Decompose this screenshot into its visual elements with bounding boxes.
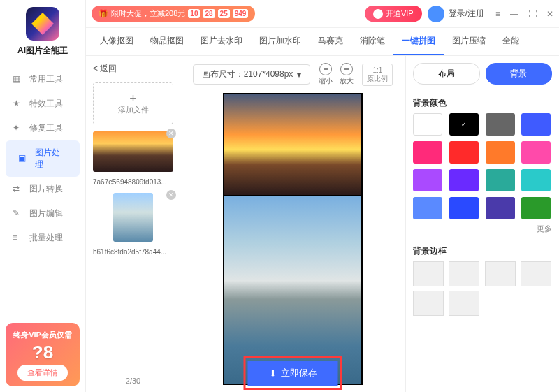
ratio-button[interactable]: 1:1原比例 [362, 64, 393, 86]
color-swatch[interactable] [413, 169, 442, 191]
remove-thumb-icon[interactable]: ✕ [166, 190, 176, 200]
nav-repair[interactable]: ✦修复工具 [0, 116, 85, 140]
thumb-2[interactable]: ✕ [93, 193, 173, 242]
color-swatch[interactable] [486, 197, 515, 219]
border-option[interactable] [449, 261, 479, 286]
app-logo [26, 7, 59, 41]
color-swatch[interactable] [413, 141, 442, 164]
tab-图片加水印[interactable]: 图片加水印 [251, 28, 310, 55]
tab-一键拼图[interactable]: 一键拼图 [393, 28, 444, 55]
tab-全能[interactable]: 全能 [494, 28, 528, 55]
canvas-preview[interactable] [223, 93, 363, 385]
mode-bg-button[interactable]: 背景 [486, 63, 553, 85]
zoom-out-button[interactable]: 缩小 [319, 63, 333, 86]
tab-物品抠图[interactable]: 物品抠图 [142, 28, 192, 55]
color-swatch[interactable] [521, 141, 551, 164]
border-option[interactable] [485, 261, 516, 286]
file-name: 7a67e56948809fd013... [93, 178, 173, 186]
color-swatch[interactable] [413, 113, 442, 136]
color-swatch[interactable] [486, 169, 515, 191]
color-swatch[interactable] [449, 141, 479, 164]
avatar-icon [428, 6, 444, 22]
file-name: b61f6c8fda2d5f78a44... [93, 248, 173, 256]
more-colors[interactable]: 更多 [413, 224, 552, 234]
save-button[interactable]: ⬇立即保存 [248, 361, 338, 386]
border-option[interactable] [449, 291, 479, 316]
canvas-image-1[interactable] [224, 94, 361, 195]
minimize-icon[interactable]: — [510, 9, 518, 19]
canvas-image-2[interactable] [224, 196, 361, 384]
back-button[interactable]: < 返回 [93, 63, 173, 75]
nav-edit[interactable]: ✎图片编辑 [0, 201, 85, 226]
color-swatch[interactable] [521, 169, 551, 191]
bg-border-title: 背景边框 [413, 245, 552, 257]
bg-color-title: 背景颜色 [413, 97, 552, 109]
border-option[interactable] [413, 291, 444, 316]
tab-图片压缩[interactable]: 图片压缩 [444, 28, 494, 55]
remove-thumb-icon[interactable]: ✕ [166, 129, 176, 138]
tab-消除笔[interactable]: 消除笔 [351, 28, 393, 55]
promo-button[interactable]: 查看详情 [17, 365, 68, 381]
vip-button[interactable]: 开通VIP [365, 6, 422, 22]
thumb-1[interactable]: ✕ [93, 131, 173, 172]
chevron-down-icon: ▾ [297, 70, 301, 80]
color-swatch[interactable] [521, 197, 551, 219]
nav-batch[interactable]: ≡批量处理 [0, 226, 85, 250]
login-link[interactable]: 登录/注册 [428, 6, 484, 22]
border-option[interactable] [413, 261, 444, 286]
app-name: AI图片全能王 [17, 45, 68, 57]
close-icon[interactable]: ✕ [546, 9, 553, 19]
color-swatch[interactable] [449, 113, 479, 136]
plus-icon: + [129, 92, 137, 105]
download-icon: ⬇ [269, 368, 277, 379]
nav-common[interactable]: ▦常用工具 [0, 67, 85, 92]
canvas-size-select[interactable]: 画布尺寸：2107*4098px▾ [193, 64, 311, 85]
mode-layout-button[interactable]: 布局 [413, 63, 480, 85]
pager: 2/30 [93, 377, 173, 385]
nav-effects[interactable]: ★特效工具 [0, 92, 85, 116]
color-swatch[interactable] [413, 197, 442, 219]
nav-convert[interactable]: ⇄图片转换 [0, 177, 85, 201]
color-swatch[interactable] [486, 113, 515, 136]
color-swatch[interactable] [449, 197, 479, 219]
color-swatch[interactable] [521, 113, 551, 136]
maximize-icon[interactable]: ⛶ [528, 9, 537, 19]
tab-马赛克[interactable]: 马赛克 [310, 28, 351, 55]
nav-image-process[interactable]: ▣图片处理 [6, 140, 80, 177]
color-swatch[interactable] [486, 141, 515, 164]
zoom-in-button[interactable]: 放大 [340, 63, 354, 86]
border-option[interactable] [521, 261, 551, 286]
color-swatch[interactable] [449, 169, 479, 191]
sale-banner[interactable]: 🎁限时大促，立减208元 10 28 25 949 [92, 6, 255, 22]
tab-图片去水印[interactable]: 图片去水印 [192, 28, 251, 55]
add-file-button[interactable]: + 添加文件 [93, 82, 173, 124]
promo-card: 终身VIP会员仅需 ?8 查看详情 [6, 323, 80, 386]
menu-icon[interactable]: ≡ [495, 9, 500, 19]
tab-人像抠图[interactable]: 人像抠图 [92, 28, 142, 55]
